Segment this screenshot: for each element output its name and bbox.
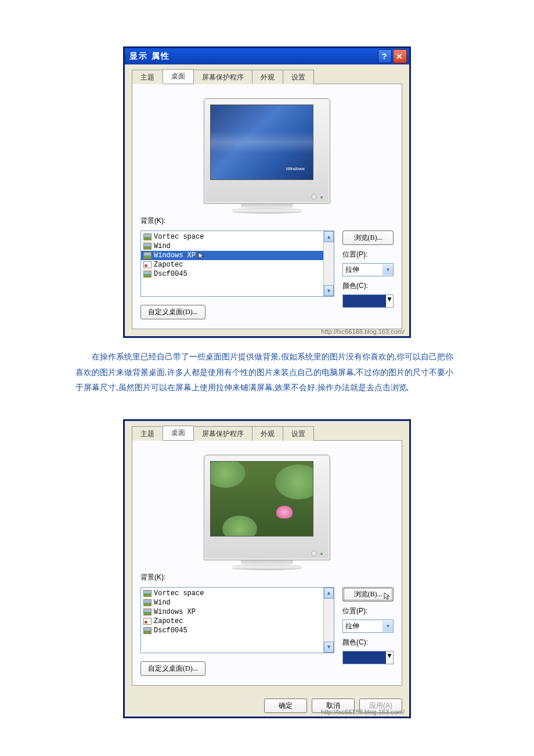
tab-desktop[interactable]: 桌面 [163,69,194,84]
preview-monitor [140,449,394,570]
cursor-icon [384,592,389,599]
scroll-up-button[interactable]: ▲ [324,588,334,599]
help-button[interactable]: ? [378,49,392,63]
ok-button[interactable]: 确定 [264,699,307,713]
list-item[interactable]: Dscf0045 [141,269,334,279]
browse-button[interactable]: 浏览(B)... [342,587,394,602]
tab-appearance[interactable]: 外观 [252,70,283,84]
tab-strip: 主题 桌面 屏幕保护程序 外观 设置 [132,69,402,84]
list-item[interactable]: Windows XP [141,607,334,617]
tab-settings[interactable]: 设置 [283,70,314,84]
background-label: 背景(K): [140,573,394,582]
scroll-down-button[interactable]: ▼ [324,285,334,296]
window-title: 显示 属性 [129,51,170,62]
scrollbar[interactable]: ▲ ▼ [323,231,334,296]
list-item[interactable]: Wind [141,242,334,251]
browse-button[interactable]: 浏览(B)... [342,231,394,245]
background-listbox[interactable]: Vortec space Wind Windows XP Zapotec Dsc… [140,587,334,653]
chevron-down-icon: ▼ [386,295,393,307]
lotus-flower-icon [276,506,293,519]
color-label: 颜色(C): [342,638,394,647]
tab-appearance[interactable]: 外观 [252,426,283,441]
list-item-selected[interactable]: Windows XP [141,251,334,260]
position-label: 位置(P): [342,250,394,260]
list-item[interactable]: Zapotec [141,617,334,626]
tab-desktop[interactable]: 桌面 [163,426,194,440]
tab-strip: 主题 桌面 屏幕保护程序 外观 设置 [132,426,402,441]
watermark: http://lxc66188.blog.163.com/ [321,708,405,715]
cursor-icon [198,252,204,259]
windows-logo-icon: Windows [286,166,305,171]
scrollbar[interactable]: ▲ ▼ [323,588,334,653]
display-properties-dialog-1: 显示 属性 ? ✕ 主题 桌面 屏幕保护程序 外观 设置 Windows 背景( [123,46,411,338]
titlebar[interactable]: 显示 属性 ? ✕ [125,48,409,64]
chevron-down-icon: ▼ [383,621,393,632]
tab-theme[interactable]: 主题 [132,70,163,84]
chevron-down-icon: ▼ [386,651,393,664]
close-button[interactable]: ✕ [393,49,407,63]
scroll-down-button[interactable]: ▼ [324,642,334,653]
list-item[interactable]: Vortec space [141,232,334,242]
list-item[interactable]: Zapotec [141,260,334,269]
list-item[interactable]: Vortec space [141,589,334,598]
watermark: http://lxc66188.blog.163.com/ [321,328,405,335]
tab-theme[interactable]: 主题 [132,426,163,441]
color-picker[interactable]: ▼ [342,294,394,308]
position-select[interactable]: 拉伸▼ [342,263,394,276]
background-label: 背景(K): [140,216,394,226]
position-select[interactable]: 拉伸▼ [342,620,394,633]
tab-settings[interactable]: 设置 [283,426,314,441]
body-paragraph: 在操作系统里已经自己带了一些桌面图片提供做背景,假如系统里的图片没有你喜欢的,你… [75,350,459,396]
position-label: 位置(P): [342,606,394,616]
list-item[interactable]: Wind [141,598,334,607]
tab-screensaver[interactable]: 屏幕保护程序 [193,426,252,441]
customize-desktop-button[interactable]: 自定义桌面(D)... [140,661,205,676]
color-picker[interactable]: ▼ [342,651,394,664]
tab-screensaver[interactable]: 屏幕保护程序 [193,70,252,84]
background-listbox[interactable]: Vortec space Wind Windows XP Zapotec Dsc… [140,231,334,297]
list-item[interactable]: Dscf0045 [141,626,334,635]
chevron-down-icon: ▼ [383,264,393,275]
preview-monitor: Windows [140,92,394,214]
customize-desktop-button[interactable]: 自定义桌面(D)... [140,305,205,319]
display-properties-dialog-2: 主题 桌面 屏幕保护程序 外观 设置 背景(K): [123,419,411,718]
color-label: 颜色(C): [342,281,394,291]
scroll-up-button[interactable]: ▲ [324,231,334,242]
